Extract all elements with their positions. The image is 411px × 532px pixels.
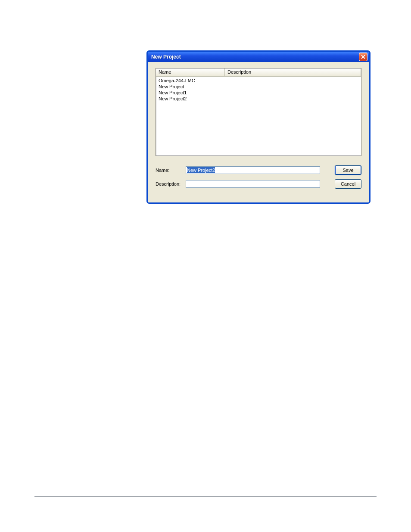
listview-header: Name Description: [156, 68, 361, 77]
list-item-name: New Project: [158, 84, 226, 90]
list-item[interactable]: New Project2: [158, 96, 359, 102]
list-item-description: [226, 96, 359, 102]
name-input[interactable]: New Project2: [186, 166, 320, 174]
list-item-description: [226, 84, 359, 90]
page-footer-rule: [34, 496, 377, 497]
form-area: Name: New Project2 Save Description: Can…: [156, 165, 361, 189]
name-input-selected-text: New Project2: [187, 167, 215, 173]
column-header-name[interactable]: Name: [156, 68, 225, 76]
list-item-name: New Project2: [158, 96, 226, 102]
description-label: Description:: [156, 181, 184, 187]
name-label: Name:: [156, 168, 184, 173]
cancel-button[interactable]: Cancel: [335, 179, 361, 189]
project-listview[interactable]: Name Description Omega-244-LMC New Proje…: [156, 68, 361, 156]
description-input-wrapper: [186, 180, 329, 188]
dialog-client-area: Name Description Omega-244-LMC New Proje…: [148, 62, 369, 195]
list-item[interactable]: New Project1: [158, 90, 359, 96]
listview-body: Omega-244-LMC New Project New Project1 N…: [156, 77, 361, 103]
description-input[interactable]: [186, 180, 320, 188]
new-project-dialog: New Project Name Description Omega-244-L…: [146, 50, 371, 204]
dialog-title: New Project: [151, 54, 181, 60]
list-item-description: [226, 90, 359, 96]
list-item-name: Omega-244-LMC: [158, 78, 226, 84]
column-header-description[interactable]: Description: [225, 68, 361, 76]
list-item[interactable]: Omega-244-LMC: [158, 78, 359, 84]
titlebar[interactable]: New Project: [148, 52, 369, 62]
name-input-wrapper: New Project2: [186, 166, 329, 174]
list-item-description: [226, 78, 359, 84]
list-item-name: New Project1: [158, 90, 226, 96]
close-icon: [361, 55, 365, 59]
list-item[interactable]: New Project: [158, 84, 359, 90]
save-button[interactable]: Save: [335, 165, 361, 175]
close-button[interactable]: [359, 53, 367, 61]
page: New Project Name Description Omega-244-L…: [0, 0, 411, 532]
